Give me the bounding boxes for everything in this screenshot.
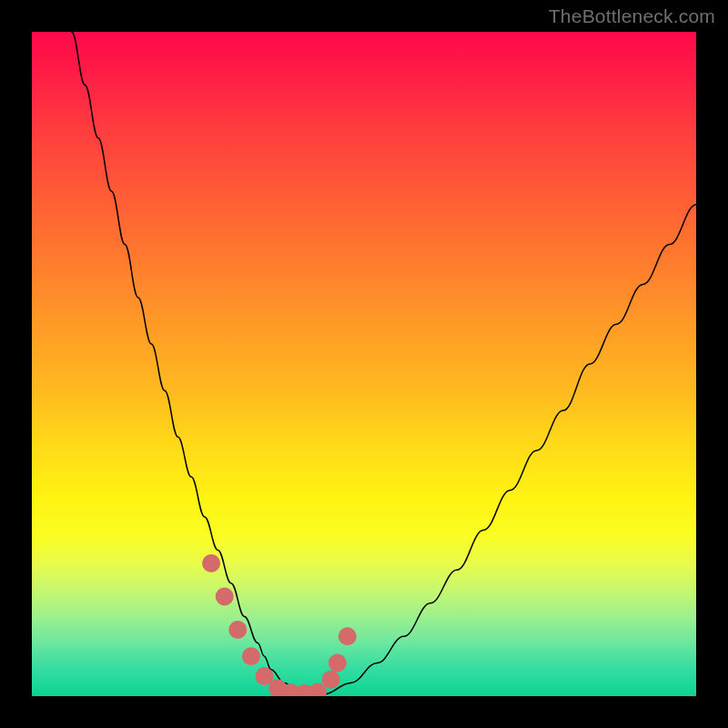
- curve-layer: [32, 32, 696, 696]
- plot-area: [32, 32, 696, 696]
- bottleneck-curve-path: [72, 32, 696, 695]
- highlight-dot: [202, 554, 220, 572]
- highlight-dot: [322, 671, 340, 689]
- watermark-text: TheBottleneck.com: [549, 5, 715, 27]
- highlight-dot: [216, 588, 234, 606]
- highlight-dot: [329, 654, 347, 672]
- highlight-dot: [339, 627, 357, 645]
- highlight-dot: [242, 647, 260, 665]
- chart-frame: TheBottleneck.com: [0, 0, 728, 728]
- highlight-dot: [228, 621, 247, 639]
